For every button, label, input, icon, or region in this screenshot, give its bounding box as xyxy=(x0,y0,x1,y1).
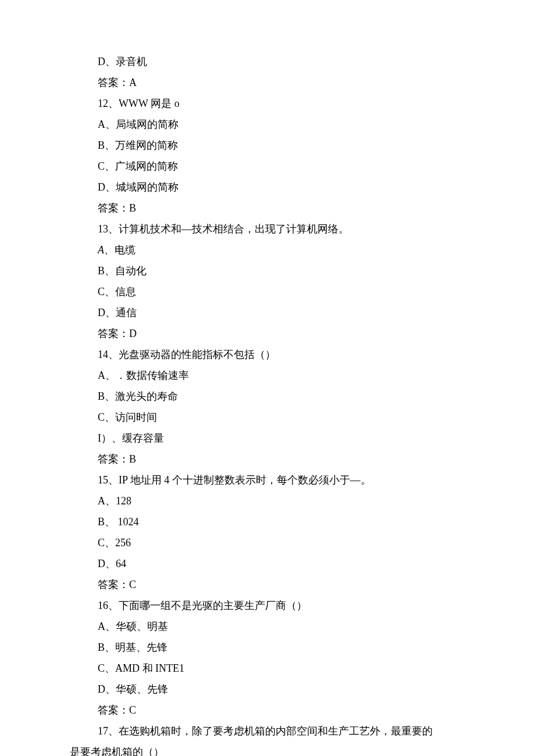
option-a-rest: 、电缆 xyxy=(104,244,135,256)
option-d: D、通信 xyxy=(98,302,465,323)
option-c: C、256 xyxy=(98,532,465,553)
option-d: D、城域网的简称 xyxy=(98,177,465,198)
answer-line: 答案：B xyxy=(98,198,465,218)
question-13: 13、计算机技术和—技术相结合，出现了计算机网络。 xyxy=(98,218,465,239)
option-b: B、明基、先锋 xyxy=(98,637,465,658)
document-body: D、录音机 答案：A 12、WWW 网是 o A、局域网的简称 B、万维网的简称… xyxy=(0,51,535,741)
option-d: D、64 xyxy=(98,553,465,574)
option-a: A、．数据传输速率 xyxy=(98,365,465,386)
option-d: I）、缓存容量 xyxy=(98,428,465,449)
option-b: B、激光头的寿命 xyxy=(98,386,465,407)
question-17-wrap: 是要考虑机箱的（） xyxy=(0,741,535,756)
option-c: C、信息 xyxy=(98,281,465,302)
option-a: A、电缆 xyxy=(98,239,465,260)
option-b: B、万维网的简称 xyxy=(98,135,465,156)
answer-line: 答案：A xyxy=(98,72,465,93)
option-a: A、局域网的简称 xyxy=(98,114,465,135)
option-c: C、广域网的简称 xyxy=(98,156,465,177)
question-17-line2: 是要考虑机箱的（） xyxy=(70,741,465,756)
option-d: D、华硕、先锋 xyxy=(98,679,465,700)
italic-A: A xyxy=(98,244,104,256)
option-b: B、自动化 xyxy=(98,260,465,281)
question-16: 16、下面哪一组不是光驱的主要生产厂商（） xyxy=(98,595,465,616)
question-14: 14、光盘驱动器的性能指标不包括（） xyxy=(98,344,465,365)
question-17-line1: 17、在选购机箱时，除了要考虑机箱的内部空间和生产工艺外，最重要的 xyxy=(98,721,465,741)
answer-line: 答案：C xyxy=(98,574,465,595)
option-a: A、华硕、明基 xyxy=(98,616,465,637)
option-d: D、录音机 xyxy=(98,51,465,72)
option-c: C、访问时间 xyxy=(98,407,465,428)
question-12: 12、WWW 网是 o xyxy=(98,93,465,114)
option-c: C、AMD 和 INTE1 xyxy=(98,658,465,679)
answer-line: 答案：C xyxy=(98,700,465,721)
option-a: A、128 xyxy=(98,490,465,511)
answer-line: 答案：B xyxy=(98,449,465,470)
answer-line: 答案：D xyxy=(98,323,465,344)
option-b: B、 1024 xyxy=(98,511,465,532)
question-15: 15、IP 地址用 4 个十进制整数表示时，每个数必须小于—。 xyxy=(98,470,465,490)
